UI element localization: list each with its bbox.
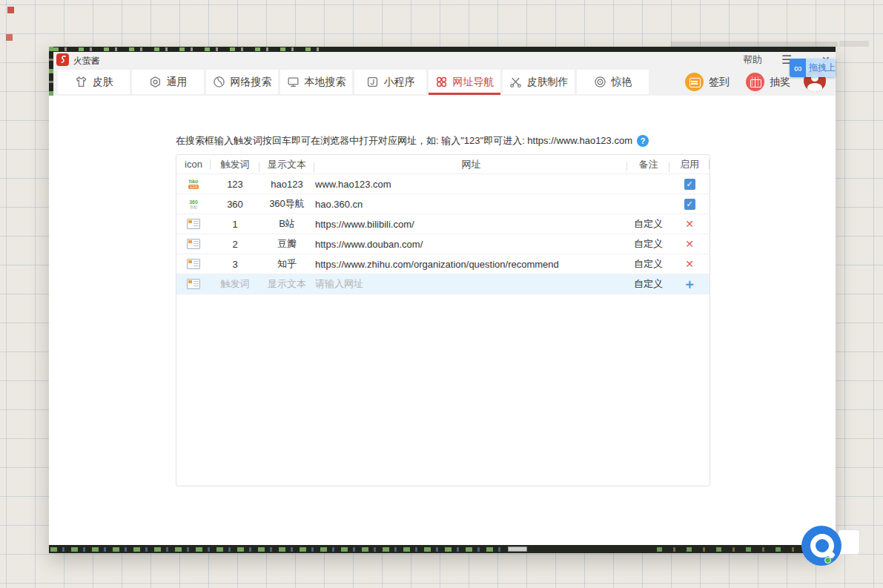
drag-tooltip-label: 拖拽上 — [806, 59, 836, 77]
tab-amazing[interactable]: 惊艳 — [577, 70, 649, 94]
scissors-icon — [509, 76, 522, 88]
background-artifact — [839, 41, 869, 47]
table-row: 3 知乎 https://www.zhihu.com/organization/… — [176, 254, 710, 274]
background-artifact — [7, 7, 14, 13]
url-cell[interactable]: www.hao123.com — [314, 179, 627, 190]
instruction-text: 在搜索框输入触发词按回车即可在浏览器中打开对应网址，如: 输入"123"即可进入… — [176, 134, 632, 148]
trigger-cell[interactable]: 1 — [211, 219, 259, 230]
hao123-favicon: hǎo123 — [176, 174, 211, 194]
display-cell[interactable]: hao123 — [259, 179, 314, 190]
display-cell[interactable]: 知乎 — [259, 257, 314, 271]
url-cell[interactable]: https://www.zhihu.com/organization/quest… — [314, 259, 627, 270]
trigger-cell[interactable]: 123 — [211, 179, 259, 190]
tab-url-navigation[interactable]: 网址导航 — [429, 70, 500, 94]
tab-label: 本地搜索 — [305, 76, 346, 89]
app-window: 火萤酱 帮助 ☰ — ✕ 皮肤 通用 网络搜索 本地搜索 — [49, 47, 836, 553]
tab-label: 网络搜索 — [231, 76, 272, 89]
tab-label: 通用 — [167, 76, 188, 89]
delete-icon[interactable]: ✕ — [685, 238, 694, 250]
webpage-icon — [187, 259, 200, 269]
display-cell[interactable]: B站 — [259, 217, 314, 231]
lottery-button[interactable]: 抽奖 — [746, 73, 790, 91]
webpage-icon — [187, 219, 200, 229]
remark-cell: 自定义 — [627, 257, 669, 271]
tab-label: 惊艳 — [612, 76, 632, 89]
url-navigation-table: icon 触发词 显示文本 网址 备注 启用 hǎo123 123 hao123… — [176, 154, 710, 486]
tab-skin[interactable]: 皮肤 — [58, 70, 130, 94]
instruction-line: 在搜索框输入触发词按回车即可在浏览器中打开对应网址，如: 输入"123"即可进入… — [176, 134, 649, 148]
tab-label: 网址导航 — [453, 76, 495, 89]
remark-cell: 自定义 — [627, 237, 669, 251]
status-dot — [824, 557, 831, 564]
title-bar: 火萤酱 帮助 ☰ — ✕ — [49, 52, 836, 70]
delete-icon[interactable]: ✕ — [685, 258, 694, 270]
tab-mini-programs[interactable]: 小程序 — [354, 70, 426, 94]
remark-cell: 自定义 — [627, 217, 669, 231]
lottery-label: 抽奖 — [770, 76, 790, 89]
new-entry-row: 触发词 显示文本 请输入网址 自定义 ＋ — [176, 274, 710, 294]
table-row: 1 B站 https://www.bilibili.com/ 自定义 ✕ — [176, 214, 710, 234]
url-input[interactable]: 请输入网址 — [314, 277, 627, 291]
background-artifact — [671, 42, 838, 47]
trigger-cell[interactable]: 360 — [211, 199, 259, 210]
table-header-row: icon 触发词 显示文本 网址 备注 启用 — [176, 155, 710, 174]
tshirt-icon — [75, 76, 87, 88]
table-row: hǎo123 123 hao123 www.hao123.com ✓ — [176, 174, 710, 194]
header-remark: 备注 — [627, 158, 669, 171]
desktop-background: 火萤酱 帮助 ☰ — ✕ 皮肤 通用 网络搜索 本地搜索 — [0, 0, 883, 588]
table-row: 360导航 360 360导航 hao.360.cn ✓ — [176, 194, 710, 214]
tab-skin-making[interactable]: 皮肤制作 — [503, 70, 575, 94]
help-bubble-icon[interactable]: ? — [637, 135, 649, 147]
header-enable: 启用 — [669, 155, 710, 174]
drag-upload-tooltip[interactable]: ∞ 拖拽上 — [790, 59, 836, 77]
tab-general[interactable]: 通用 — [132, 70, 204, 94]
checkin-button[interactable]: 签到 — [685, 73, 730, 91]
help-button[interactable]: 帮助 — [743, 53, 762, 67]
circles-icon — [435, 76, 448, 88]
target-icon — [594, 76, 606, 88]
header-url: 网址 — [314, 158, 627, 171]
tab-bar: 皮肤 通用 网络搜索 本地搜索 小程序 网址导航 — [49, 69, 836, 96]
display-cell[interactable]: 360导航 — [259, 197, 314, 211]
trigger-cell[interactable]: 2 — [211, 239, 259, 250]
gear-icon — [149, 76, 162, 88]
trigger-input[interactable]: 触发词 — [211, 277, 259, 291]
header-icon: icon — [176, 155, 211, 174]
display-cell[interactable]: 豆瓣 — [259, 237, 314, 251]
tab-label: 皮肤 — [93, 76, 113, 89]
monitor-icon — [287, 76, 300, 88]
tab-local-search[interactable]: 本地搜索 — [280, 70, 352, 94]
header-trigger: 触发词 — [211, 158, 259, 171]
display-input[interactable]: 显示文本 — [259, 277, 314, 291]
tab-label: 皮肤制作 — [527, 76, 569, 89]
window-bottom-edge — [49, 545, 836, 553]
enable-checkbox[interactable]: ✓ — [684, 179, 695, 190]
delete-icon[interactable]: ✕ — [685, 218, 694, 230]
add-icon[interactable]: ＋ — [683, 275, 696, 293]
url-cell[interactable]: https://www.douban.com/ — [314, 239, 627, 250]
enable-checkbox[interactable]: ✓ — [684, 199, 695, 210]
table-row: 2 豆瓣 https://www.douban.com/ 自定义 ✕ — [176, 234, 710, 254]
checkin-label: 签到 — [709, 76, 730, 89]
background-artifact — [6, 34, 13, 41]
url-cell[interactable]: hao.360.cn — [314, 199, 627, 210]
gift-icon — [746, 73, 764, 91]
window-top-edge — [49, 47, 836, 52]
window-title: 火萤酱 — [73, 55, 100, 67]
link-circles-icon: ∞ — [790, 59, 806, 77]
calendar-icon — [685, 73, 704, 91]
360-favicon: 360导航 — [176, 194, 211, 214]
trigger-cell[interactable]: 3 — [211, 259, 259, 270]
header-display: 显示文本 — [259, 158, 314, 171]
content-area: 在搜索框输入触发词按回车即可在浏览器中打开对应网址，如: 输入"123"即可进入… — [49, 96, 836, 545]
webpage-icon — [187, 239, 200, 249]
url-cell[interactable]: https://www.bilibili.com/ — [314, 219, 627, 230]
webpage-icon — [187, 279, 200, 289]
tab-label: 小程序 — [384, 76, 415, 89]
app-logo-icon — [56, 53, 69, 66]
tab-web-search[interactable]: 网络搜索 — [206, 70, 278, 94]
globe-icon — [213, 76, 225, 88]
remark-cell: 自定义 — [627, 277, 669, 291]
miniapp-icon — [366, 76, 379, 88]
search-icon[interactable] — [801, 526, 841, 566]
